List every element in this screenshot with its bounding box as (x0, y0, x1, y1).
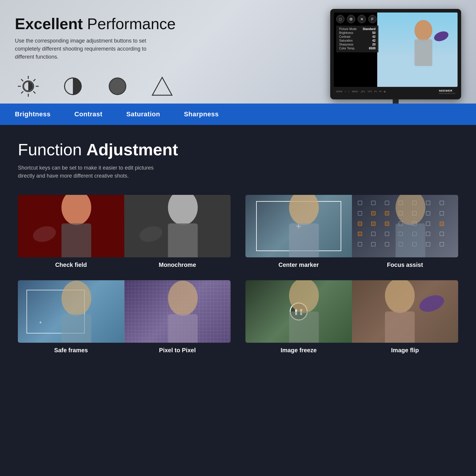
neewer-brand: NEEWER www.neewer.com (439, 89, 455, 94)
blue-bar-brightness: Brightness (15, 110, 51, 118)
btn-mode: MODE (336, 90, 342, 93)
monochrome-image (124, 195, 231, 257)
function-title-light: Function (18, 140, 86, 159)
menu-value: 42 (372, 39, 375, 42)
feature-right-pair-2: ❚❚ (245, 280, 458, 354)
safeframes-pixel-images: + (18, 280, 231, 343)
function-subtitle: Shortcut keys can be set to make it easi… (18, 164, 167, 180)
svg-rect-19 (168, 223, 198, 257)
menu-label: Sharpness (339, 43, 353, 46)
neewer-website: www.neewer.com (439, 92, 455, 94)
contrast-svg-icon (60, 73, 86, 100)
menu-row-picturemode: Picture Mode Standard (339, 27, 375, 31)
top-left-content: Excellent Performance Use the correspond… (15, 12, 330, 100)
menu-value: 50 (372, 31, 375, 35)
safeframes-image: + (18, 280, 124, 343)
focusassist-image (352, 195, 458, 257)
features-row-2: + (18, 280, 458, 354)
monitor-icon-f: F (368, 15, 377, 23)
title-light: Performance (83, 15, 176, 32)
monitor-area: □ ⚙ ✕ F Picture Mode Standard Brightness… (330, 9, 461, 118)
neewer-logo-text: NEEWER (439, 89, 455, 92)
btn-f3: F3 (374, 90, 377, 93)
menu-label: Color Temp. (339, 47, 355, 50)
btn-f1: △/F1 (361, 90, 365, 93)
monitor-icon-rect: □ (336, 15, 345, 23)
svg-rect-30 (289, 311, 319, 343)
menu-value: 6500 (369, 47, 375, 50)
saturation-svg-icon (104, 73, 131, 100)
main-title: Excellent Performance (15, 15, 330, 33)
feature-left-pair-1: Check field Monochrome (18, 195, 231, 268)
checkfield-label: Check field (18, 259, 124, 268)
focusassist-svg (352, 195, 458, 257)
pixeltopixel-image (124, 280, 231, 343)
menu-row-sharpness: Sharpness 20 (339, 43, 375, 46)
btn-f4: F4 (379, 90, 381, 93)
menu-value: Standard (363, 27, 375, 31)
menu-label: Contrast (339, 35, 350, 38)
bottom-section: Function Adjustment Shortcut keys can be… (0, 125, 476, 476)
feature-left-pair-2: + (18, 280, 231, 354)
menu-row-contrast: Contrast 42 (339, 35, 375, 38)
btn-menu: MENU (352, 90, 358, 93)
brightness-icon-item (15, 73, 42, 100)
btn-left: < (345, 90, 346, 93)
svg-point-21 (289, 195, 319, 225)
monitor-device: □ ⚙ ✕ F Picture Mode Standard Brightness… (330, 9, 461, 99)
blue-bar-contrast: Contrast (74, 110, 102, 118)
menu-value: 42 (372, 35, 375, 38)
menu-row-colortemp: Color Temp. 6500 (339, 47, 375, 50)
menu-value: 20 (372, 43, 375, 46)
pixeltopixel-label: Pixel to Pixel (124, 344, 231, 354)
blue-bar-sharpness: Sharpness (184, 110, 219, 118)
btn-right: > (348, 90, 350, 93)
subtitle-text: Use the corresponding image adjustment b… (15, 37, 158, 61)
function-title-bold: Adjustment (86, 140, 178, 159)
freeze-flip-labels: Image freeze Image flip (245, 344, 458, 354)
monitor-photo (377, 12, 458, 87)
safeframes-label: Safe frames (18, 344, 124, 354)
checkfield-monochrome-labels: Check field Monochrome (18, 259, 231, 268)
function-title: Function Adjustment (18, 140, 458, 159)
imagefreeze-label: Image freeze (245, 344, 352, 354)
feature-right-pair-1: + (245, 195, 458, 268)
menu-label: Saturation (339, 39, 353, 42)
svg-rect-24 (395, 223, 425, 257)
centermarker-focusassist-labels: Center marker Focus assist (245, 259, 458, 268)
svg-point-29 (289, 280, 319, 313)
svg-point-8 (414, 20, 432, 41)
btn-power: ⏻ (384, 90, 386, 93)
monitor-icon-tool: ✕ (358, 15, 366, 23)
imageflip-image (352, 280, 458, 343)
imageflip-svg (352, 280, 458, 343)
menu-label: Picture Mode (339, 27, 357, 31)
menu-row-brightness: Brightness 50 (339, 31, 375, 35)
checkfield-svg (18, 195, 124, 257)
checkfield-monochrome-images (18, 195, 231, 257)
svg-rect-33 (385, 311, 414, 343)
focusassist-label: Focus assist (352, 259, 458, 268)
icons-row (15, 73, 330, 100)
blue-bar: Brightness Contrast Saturation Sharpness (0, 104, 476, 125)
monitor-bottom-bar: MODE < > MENU △/F1 ▽/F2 F3 F4 ⏻ NEEWER w… (334, 87, 458, 96)
centermarker-svg (245, 195, 352, 257)
title-bold: Excellent (15, 15, 83, 32)
svg-marker-6 (152, 77, 172, 95)
centermarker-image: + (245, 195, 352, 257)
monitor-icon-gear: ⚙ (347, 15, 355, 23)
svg-rect-28 (168, 314, 198, 343)
svg-point-25 (62, 281, 91, 316)
monitor-screen: □ ⚙ ✕ F Picture Mode Standard Brightness… (334, 12, 458, 87)
svg-point-23 (395, 195, 425, 225)
svg-rect-14 (62, 223, 91, 257)
imageflip-label: Image flip (352, 344, 458, 354)
freeze-flip-images: ❚❚ (245, 280, 458, 343)
centermarker-focusassist-images: + (245, 195, 458, 257)
menu-label: Brightness (339, 31, 353, 35)
svg-rect-26 (62, 314, 91, 343)
monitor-photo-svg (377, 12, 458, 87)
monochrome-svg (124, 195, 231, 257)
sharpness-svg-icon (149, 73, 176, 100)
btn-f2: ▽/F2 (367, 90, 372, 93)
